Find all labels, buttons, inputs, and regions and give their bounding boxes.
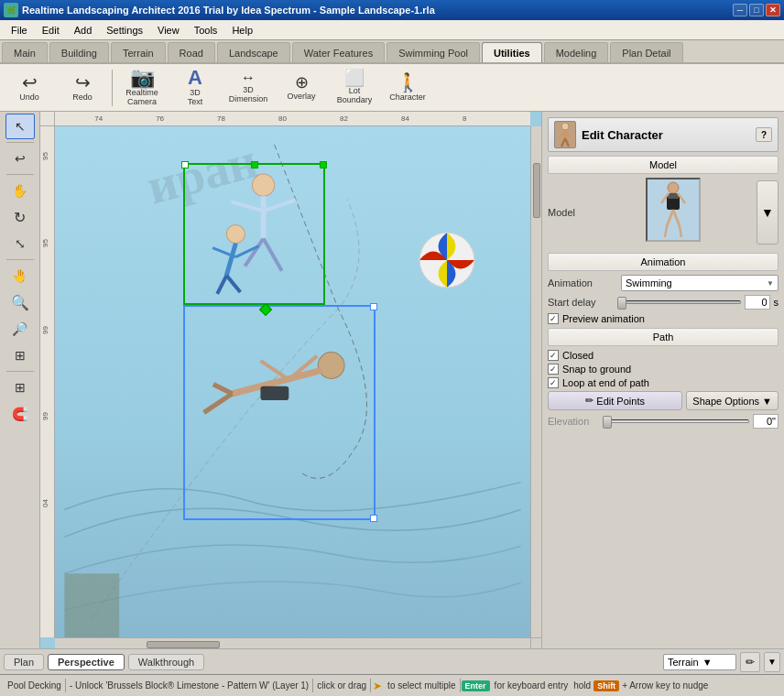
terrain-dropdown-arrow: ▼ [702, 657, 713, 668]
shape-options-arrow: ▼ [762, 396, 772, 407]
close-btn[interactable]: ✕ [766, 4, 780, 16]
toolbar-character-btn[interactable]: 🚶 Character [382, 67, 433, 109]
canvas-area[interactable]: 74 76 78 80 82 84 8 95 95 99 99 04 иран [40, 112, 541, 648]
svg-line-12 [226, 276, 240, 292]
elevation-value: 0" [753, 414, 779, 429]
tab-utilities[interactable]: Utilities [482, 42, 542, 62]
menu-tools[interactable]: Tools [187, 23, 225, 38]
tool-undo[interactable]: ↩ [5, 146, 35, 171]
left-sidebar: ↖ ↩ ✋ ↻ ⤡ 🤚 🔍 🔎 ⊞ ⊞ 🧲 [0, 112, 40, 648]
status-pool-decking: Pool Decking [4, 679, 66, 692]
model-select-btn[interactable]: ▼ [757, 180, 779, 245]
enter-key: Enter [462, 680, 490, 691]
toolbar-lot-boundary-btn[interactable]: ⬜ LotBoundary [329, 67, 380, 109]
scrollbar-thumb-v[interactable] [533, 163, 540, 218]
shape-options-btn[interactable]: Shape Options ▼ [686, 391, 779, 410]
animation-dropdown-arrow: ▼ [767, 279, 774, 288]
snap-to-ground-row[interactable]: ✓ Snap to ground [548, 364, 779, 375]
tool-zoom-out[interactable]: 🔎 [5, 316, 35, 342]
edit-points-btn[interactable]: ✏ Edit Points [548, 391, 682, 410]
menu-help[interactable]: Help [224, 23, 260, 38]
status-arrow-nudge: + Arrow key to nudge [622, 680, 708, 691]
svg-line-8 [226, 244, 235, 276]
toolbar-redo-btn[interactable]: ↪ Redo [57, 67, 108, 109]
canvas-viewport[interactable]: иран [55, 126, 530, 637]
tool-zoom-in[interactable]: 🔍 [5, 289, 35, 315]
status-click-text: click or drag [313, 679, 371, 692]
character-box-1[interactable] [183, 163, 325, 305]
start-delay-label: Start delay [548, 297, 621, 308]
toolbar-camera-btn[interactable]: 📷 RealtimeCamera [116, 67, 168, 109]
bottom-bar: Plan Perspective Walkthrough Terrain ▼ ✏… [0, 648, 784, 674]
tab-modeling[interactable]: Modeling [544, 42, 609, 62]
menu-view[interactable]: View [150, 23, 187, 38]
3ddim-icon: ↔ [241, 71, 256, 85]
toolbar-3dtext-btn[interactable]: A 3DText [169, 67, 221, 109]
panel-help-btn[interactable]: ? [756, 127, 772, 142]
animation-label: Animation [548, 277, 621, 288]
tool-rotate[interactable]: ↻ [5, 204, 35, 230]
animation-dropdown[interactable]: Swimming ▼ [621, 275, 779, 291]
menu-settings[interactable]: Settings [99, 23, 150, 38]
loop-at-end-label: Loop at end of path [562, 377, 649, 388]
tab-plan-detail[interactable]: Plan Detail [610, 42, 682, 62]
status-select-text: to select multiple [384, 679, 460, 692]
tool-zoom-fit[interactable]: ⊞ [5, 343, 35, 368]
tab-main[interactable]: Main [2, 42, 48, 62]
tool-scale[interactable]: ⤡ [5, 231, 35, 256]
terrain-dropdown[interactable]: Terrain ▼ [663, 654, 736, 670]
tool-grid[interactable]: ⊞ [5, 375, 35, 400]
start-delay-thumb[interactable] [617, 297, 626, 310]
beach-ball [419, 232, 475, 288]
tab-terrain[interactable]: Terrain [111, 42, 166, 62]
maximize-btn[interactable]: □ [749, 4, 764, 16]
svg-point-7 [226, 224, 245, 243]
terrain-options-btn[interactable]: ▼ [764, 652, 780, 672]
closed-row[interactable]: ✓ Closed [548, 350, 779, 361]
tab-road[interactable]: Road [168, 42, 215, 62]
tab-landscape[interactable]: Landscape [217, 42, 290, 62]
animation-value: Swimming [626, 277, 672, 288]
terrain-edit-btn[interactable]: ✏ [740, 652, 760, 672]
character-box-2[interactable] [183, 305, 376, 520]
preview-animation-row[interactable]: ✓ Preview animation [548, 313, 779, 324]
menu-edit[interactable]: Edit [35, 23, 67, 38]
elevation-thumb[interactable] [603, 416, 612, 429]
status-hold: hold [573, 680, 591, 691]
scrollbar-horizontal[interactable] [55, 637, 530, 648]
toolbar-undo-btn[interactable]: ↩ Undo [4, 67, 55, 109]
title-bar: 🌿 Realtime Landscaping Architect 2016 Tr… [0, 0, 784, 20]
tool-hand[interactable]: 🤚 [5, 263, 35, 288]
menu-add[interactable]: Add [67, 23, 100, 38]
camera-label: RealtimeCamera [125, 89, 158, 107]
tool-move[interactable]: ✋ [5, 178, 35, 203]
view-tab-walkthrough[interactable]: Walkthrough [128, 654, 204, 670]
character-figure-2 [185, 307, 374, 518]
tool-select[interactable]: ↖ [5, 114, 35, 139]
toolbar-3ddim-btn[interactable]: ↔ 3DDimension [223, 67, 274, 109]
closed-checkbox[interactable]: ✓ [548, 350, 559, 361]
loop-at-end-row[interactable]: ✓ Loop at end of path [548, 377, 779, 388]
section-path: Path [548, 328, 779, 346]
minimize-btn[interactable]: ─ [733, 4, 747, 16]
loop-at-end-checkbox[interactable]: ✓ [548, 377, 559, 388]
view-tab-perspective[interactable]: Perspective [48, 654, 125, 670]
scrollbar-thumb-h[interactable] [147, 641, 220, 648]
camera-icon: 📷 [130, 68, 155, 88]
right-panel: Edit Character ? Model Model [541, 112, 784, 648]
start-delay-track[interactable] [621, 300, 741, 304]
scrollbar-vertical[interactable] [530, 126, 541, 637]
elevation-track[interactable] [606, 419, 749, 423]
preview-animation-checkbox[interactable]: ✓ [548, 313, 559, 324]
svg-line-4 [264, 200, 296, 211]
menu-file[interactable]: File [4, 23, 35, 38]
tab-swimming-pool[interactable]: Swimming Pool [387, 42, 480, 62]
window-controls: ─ □ ✕ [733, 4, 780, 16]
snap-to-ground-checkbox[interactable]: ✓ [548, 364, 559, 375]
toolbar-overlay-btn[interactable]: ⊕ Overlay [276, 67, 327, 109]
tool-magnet[interactable]: 🧲 [5, 401, 35, 427]
view-tab-plan[interactable]: Plan [4, 654, 44, 670]
status-bar: Pool Decking - Unlock 'Brussels Block® L… [0, 674, 784, 696]
tab-water-features[interactable]: Water Features [292, 42, 385, 62]
tab-building[interactable]: Building [49, 42, 109, 62]
